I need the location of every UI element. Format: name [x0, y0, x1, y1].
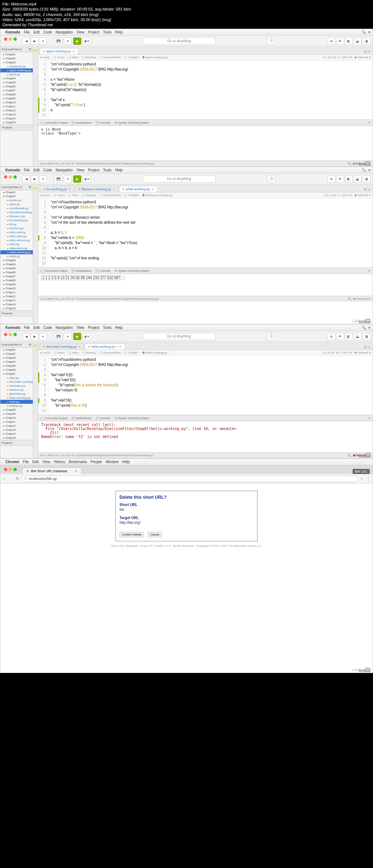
tab-hello-working[interactable]: ◆hello-working.py •✕ — [85, 343, 125, 350]
file-for.py[interactable]: for.py — [0, 222, 33, 226]
folder-Chap06[interactable]: Chap06 — [0, 84, 33, 88]
breadcrumb-path[interactable]: ▸ (root) 〉▢ Users 〉▢ billw 〉▢ Desktop 〉▢… — [40, 55, 172, 59]
chrome-user-badge[interactable]: BW LDC — [353, 469, 370, 474]
file-types.py[interactable]: types.py — [0, 72, 33, 76]
folder-Chap12[interactable]: Chap12 — [0, 108, 33, 112]
folder-Chap08[interactable]: Chap08 — [0, 278, 33, 282]
menu-view[interactable]: View — [76, 30, 85, 34]
minimize-window-button[interactable] — [9, 37, 12, 41]
run-button[interactable]: ▶ — [73, 37, 81, 45]
menu-project[interactable]: Project — [88, 30, 99, 34]
app-name[interactable]: Komodo — [5, 168, 20, 172]
app-name[interactable]: Komodo — [5, 30, 20, 34]
site-info-icon[interactable]: ⓘ — [24, 476, 27, 481]
file-decorator-working.py[interactable]: decorator-working.py — [0, 380, 33, 384]
folder-Chap01[interactable]: Chap01 — [0, 348, 33, 352]
folder-Chap14[interactable]: Chap14 — [0, 302, 33, 306]
menu-tools[interactable]: Tools — [103, 30, 111, 34]
reload-button[interactable]: ↻ — [16, 476, 19, 481]
folder-Chap11[interactable]: Chap11 — [0, 104, 33, 108]
folder-Chap06[interactable]: Chap06 — [0, 270, 33, 274]
tab-command-output[interactable]: >_ Command Output — [40, 121, 67, 124]
folder-Chap07[interactable]: Chap07 — [0, 88, 33, 92]
tab-while-working[interactable]: ◆while-working.py✕ — [119, 186, 157, 192]
tab-syntax-check[interactable]: ⊘ Syntax Checking Status — [115, 121, 149, 124]
file-decorator.py[interactable]: decorator.py — [0, 384, 33, 388]
code-editor[interactable]: 1234567891011 "cm">#!/usr/bin/env python… — [38, 60, 373, 119]
add-tab-button[interactable]: ↻ + — [364, 49, 370, 54]
folder-Chap15[interactable]: Chap15 — [0, 120, 33, 124]
file-hello.py[interactable]: hello.py — [0, 400, 33, 404]
tab-decorator-working[interactable]: ◆decorator-working.py✕ — [40, 343, 84, 350]
file-while-working.py[interactable]: while-working.py — [0, 250, 33, 254]
file-blocks.py[interactable]: blocks.py — [0, 198, 33, 202]
nav-forward-button[interactable]: ▶ — [31, 37, 39, 45]
folder-Chap12[interactable]: Chap12 — [0, 294, 33, 298]
folder-Chap10[interactable]: Chap10 — [0, 416, 33, 420]
folder-Chap01[interactable]: Chap01 — [0, 52, 33, 56]
tab-types-working[interactable]: ◆types-working.py✕ — [40, 48, 78, 54]
file-statements.py[interactable]: statements.py — [0, 246, 33, 250]
menu-navigation[interactable]: Navigation — [56, 30, 73, 34]
chrome-menu-icon[interactable]: ⋮ — [366, 476, 370, 481]
folder-Chap10[interactable]: Chap10 — [0, 100, 33, 104]
file-hello-version.py[interactable]: hello-version.py — [0, 238, 33, 242]
folder-Chap13[interactable]: Chap13 — [0, 112, 33, 116]
search-icon[interactable]: 🔍 — [348, 162, 351, 165]
tab-close-icon[interactable]: ✕ — [72, 50, 75, 53]
folder-Chap14[interactable]: Chap14 — [0, 116, 33, 120]
folder-Chap10[interactable]: Chap10 — [0, 286, 33, 290]
file-fibonacci.py[interactable]: fibonacci.py — [0, 214, 33, 218]
nav-back-button[interactable]: ◀ — [22, 37, 30, 45]
save-button[interactable]: 💾 — [54, 37, 62, 45]
file-fibonacci-working.py[interactable]: fibonacci-working.py — [0, 210, 33, 214]
maximize-window-button[interactable] — [13, 37, 17, 41]
panel-right-button[interactable]: ◨ — [362, 37, 370, 45]
folder-icon[interactable]: 📁 — [34, 49, 38, 53]
url-input[interactable]: ⓘlocalhost/jurl/db.cgi — [21, 475, 358, 482]
folder-Chap15[interactable]: Chap15 — [0, 306, 33, 310]
tab-fibonacci-working[interactable]: ◆fibonacci-working.py✕ — [75, 186, 119, 192]
folder-Chap02[interactable]: Chap02 — [0, 352, 33, 356]
panel-bottom-button[interactable]: ⬓ — [354, 37, 362, 45]
folder-Chap01[interactable]: Chap01 — [0, 190, 33, 194]
folder-Chap08[interactable]: Chap08 — [0, 408, 33, 412]
file-kwargs.py[interactable]: kwargs.py — [0, 404, 33, 408]
folder-Chap09[interactable]: Chap09 — [0, 96, 33, 100]
folder-Chap15[interactable]: Chap15 — [0, 436, 33, 440]
folder-Chap07[interactable]: Chap07 — [0, 372, 33, 376]
file-while.py[interactable]: while.py — [0, 254, 33, 258]
folder-Chap02[interactable]: Chap02 — [0, 194, 33, 198]
folder-Chap03[interactable]: Chap03 — [0, 258, 33, 262]
folder-Chap05[interactable]: Chap05 — [0, 80, 33, 84]
folder-Chap04[interactable]: Chap04 — [0, 360, 33, 364]
file-for-working.py[interactable]: for-working.py — [0, 218, 33, 222]
folder-Chap11[interactable]: Chap11 — [0, 420, 33, 424]
menu-icon[interactable]: ≡ — [368, 30, 370, 34]
folder-Chap05[interactable]: Chap05 — [0, 364, 33, 368]
folder-Chap14[interactable]: Chap14 — [0, 432, 33, 436]
menu-edit[interactable]: Edit — [34, 30, 40, 34]
file-generator.py[interactable]: generator.py — [0, 392, 33, 396]
back-button[interactable]: ← — [3, 476, 7, 481]
folder-Chap06[interactable]: Chap06 — [0, 368, 33, 372]
confirm-delete-button[interactable]: Confirm Delete — [119, 532, 144, 537]
sidebar-header[interactable]: ExerciseFiles ▾⚙ — [0, 47, 33, 52]
folder-Chap09[interactable]: Chap09 — [0, 282, 33, 286]
folder-Chap11[interactable]: Chap11 — [0, 290, 33, 294]
goto-anything-input[interactable]: Go to Anything — [143, 37, 216, 45]
folder-Chap04[interactable]: Chap04 — [0, 76, 33, 80]
folder-Chap02[interactable]: Chap02 — [0, 56, 33, 60]
view-btn-2[interactable]: 👁 — [336, 37, 344, 45]
menu-help[interactable]: Help — [115, 30, 123, 34]
panel-close-icon[interactable]: ✕ — [368, 121, 370, 124]
close-tab-icon[interactable]: ✕ — [75, 469, 78, 473]
file-function.py[interactable]: function.py — [0, 388, 33, 392]
menu-code[interactable]: Code — [43, 30, 52, 34]
file-hello-cwd.py[interactable]: hello-cwd.py — [0, 230, 33, 234]
file-sequence.py[interactable]: sequence.py — [0, 64, 33, 68]
folder-Chap07[interactable]: Chap07 — [0, 274, 33, 278]
file-hello.py[interactable]: hello.py — [0, 242, 33, 246]
forward-button[interactable]: → — [9, 476, 13, 481]
file-types-working.py[interactable]: types-working.py — [0, 68, 33, 72]
